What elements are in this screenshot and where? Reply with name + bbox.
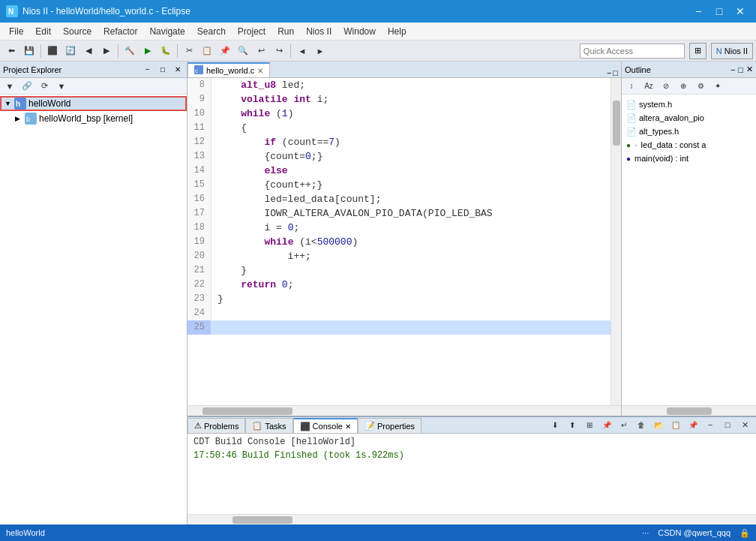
pe-maximize-btn[interactable]: □ <box>157 64 169 76</box>
outline-alpha-btn[interactable]: Az <box>640 78 657 95</box>
outline-hide-btn[interactable]: ⊘ <box>658 78 674 95</box>
outline-star-btn[interactable]: ✦ <box>710 78 726 95</box>
outline-item-led-data[interactable]: ● ◦ led_data : const a <box>623 138 754 152</box>
outline-sort-btn[interactable]: ↕ <box>623 78 640 95</box>
outline-maximize-btn[interactable]: □ <box>738 65 743 74</box>
console-pin-btn[interactable]: 📌 <box>598 416 615 433</box>
minimize-button[interactable]: − <box>688 4 708 19</box>
project-explorer: Project Explorer − □ ✕ ▼ 🔗 ⟳ ▼ ▼ h hello… <box>0 62 188 524</box>
toolbar-nav-back[interactable]: ◄ <box>294 43 310 59</box>
console-paste-btn[interactable]: 📌 <box>685 416 701 433</box>
toolbar-btn-3[interactable]: 🔄 <box>62 43 79 59</box>
bottom-tab-problems[interactable]: ⚠ Problems <box>188 418 245 433</box>
pe-header: Project Explorer − □ ✕ <box>0 62 187 78</box>
menu-niosii[interactable]: Nios II <box>300 25 338 38</box>
outline-close-btn[interactable]: ✕ <box>746 65 753 74</box>
console-maximize-btn[interactable]: □ <box>719 416 736 433</box>
outline-gear-btn[interactable]: ⚙ <box>692 78 709 95</box>
bottom-panel: ⚠ Problems 📋 Tasks ⬛ Console ✕ 📝 Propert… <box>188 416 756 524</box>
outline-header: Outline − □ ✕ <box>622 62 756 78</box>
console-hscroll[interactable] <box>188 514 756 524</box>
console-new-btn[interactable]: ⊞ <box>581 416 598 433</box>
console-word-wrap-btn[interactable]: ↵ <box>616 416 632 433</box>
outline-item-main[interactable]: ● main(void) : int <box>623 152 754 165</box>
maximize-button[interactable]: □ <box>710 4 729 19</box>
niosii-perspective-btn[interactable]: N Nios II <box>711 43 753 59</box>
toolbar-btn-11[interactable]: ↪ <box>271 43 287 59</box>
toolbar-btn-2[interactable]: ⬛ <box>44 43 61 59</box>
editor-row: c hello_world.c ✕ − □ 8 <box>188 62 756 416</box>
tree-item-helloworld[interactable]: ▼ h helloWorld <box>0 96 187 111</box>
outline-filter-btn[interactable]: ⊕ <box>675 78 692 95</box>
console-scroll-lock-btn[interactable]: ⬇ <box>547 416 563 433</box>
editor-vscroll[interactable] <box>610 78 621 405</box>
menu-source[interactable]: Source <box>57 25 98 38</box>
toolbar-btn-5[interactable]: ▶ <box>98 43 115 59</box>
toolbar-run-btn[interactable]: ▶ <box>140 43 156 59</box>
bottom-tab-properties[interactable]: 📝 Properties <box>358 418 422 433</box>
var-bullet-inner: ◦ <box>634 141 638 149</box>
console-open-btn[interactable]: 📂 <box>650 416 667 433</box>
menu-window[interactable]: Window <box>338 25 382 38</box>
menu-run[interactable]: Run <box>272 25 300 38</box>
menu-navigate[interactable]: Navigate <box>143 25 190 38</box>
outline-item-system-h[interactable]: 📄 system.h <box>623 98 754 111</box>
tree-icon-bsp: b <box>25 113 37 125</box>
toolbar-btn-6[interactable]: ✂ <box>181 43 197 59</box>
console-close-btn[interactable]: ✕ <box>736 416 753 433</box>
pe-collapse-btn[interactable]: ▼ <box>2 78 18 95</box>
toolbar-btn-10[interactable]: ↩ <box>253 43 269 59</box>
toolbar-btn-4[interactable]: ◀ <box>80 43 97 59</box>
bottom-tab-tasks[interactable]: 📋 Tasks <box>245 418 292 433</box>
code-line-25: 25 <box>188 320 610 335</box>
console-copy-btn[interactable]: 📋 <box>668 416 684 433</box>
outline-minimize-btn[interactable]: − <box>730 65 735 74</box>
outline-item-alt-types[interactable]: 📄 alt_types.h <box>623 125 754 138</box>
console-content: CDT Build Console [helloWorld] 17:50:46 … <box>188 434 756 514</box>
menu-search[interactable]: Search <box>191 25 232 38</box>
console-output: 17:50:46 Build Finished (took 1s.922ms) <box>194 450 750 461</box>
menu-project[interactable]: Project <box>232 25 272 38</box>
quick-access-input[interactable] <box>580 44 685 59</box>
console-scroll-up-btn[interactable]: ⬆ <box>564 416 580 433</box>
editor-minimize-btn[interactable]: − <box>607 68 611 77</box>
menu-file[interactable]: File <box>3 25 29 38</box>
pe-minimize-btn[interactable]: − <box>142 64 154 76</box>
properties-icon: 📝 <box>364 421 375 431</box>
toolbar-btn-8[interactable]: 📌 <box>217 43 233 59</box>
pe-sync-btn[interactable]: ⟳ <box>36 78 52 95</box>
console-title: CDT Build Console [helloWorld] <box>194 437 750 447</box>
tree-item-bsp[interactable]: ▶ b helloWorld_bsp [kernel] <box>0 111 187 126</box>
editor-hscroll[interactable] <box>188 405 621 416</box>
toolbar-back-btn[interactable]: ⬅ <box>3 43 20 59</box>
toolbar-btn-9[interactable]: 🔍 <box>235 43 251 59</box>
toolbar-debug-btn[interactable]: 🐛 <box>158 43 174 59</box>
bottom-tab-console[interactable]: ⬛ Console ✕ <box>293 418 358 433</box>
console-clear-btn[interactable]: 🗑 <box>633 416 650 433</box>
outline-hscroll[interactable] <box>622 405 756 416</box>
toolbar-save-btn[interactable]: 💾 <box>21 43 38 59</box>
pe-close-btn[interactable]: ✕ <box>172 64 184 76</box>
outline-item-altera[interactable]: 📄 altera_avalon_pio <box>623 111 754 125</box>
toolbar-nav-fwd[interactable]: ► <box>312 43 328 59</box>
editor-content[interactable]: 8 alt_u8 led; 9 volatile int i; 10 while… <box>188 78 610 405</box>
code-line-21: 21 } <box>188 263 610 278</box>
toolbar-btn-7[interactable]: 📋 <box>199 43 215 59</box>
code-line-20: 20 i++; <box>188 249 610 263</box>
menu-edit[interactable]: Edit <box>29 25 57 38</box>
window-title: Nios II - helloWorld/hello_world.c - Ecl… <box>22 6 688 17</box>
perspective-open-btn[interactable]: ⊞ <box>689 43 706 59</box>
close-button[interactable]: ✕ <box>730 4 750 19</box>
menu-refactor[interactable]: Refactor <box>98 25 143 38</box>
editor-maximize-btn[interactable]: □ <box>613 68 618 77</box>
outline-toolbar: ↕ Az ⊘ ⊕ ⚙ ✦ <box>622 78 756 95</box>
console-minimize-btn[interactable]: − <box>702 416 718 433</box>
pe-menu-btn[interactable]: ▼ <box>53 78 70 95</box>
toolbar-build-btn[interactable]: 🔨 <box>122 43 138 59</box>
console-tab-close[interactable]: ✕ <box>345 422 351 431</box>
code-line-15: 15 {count++;} <box>188 178 610 192</box>
tab-close-icon[interactable]: ✕ <box>257 67 263 75</box>
pe-link-btn[interactable]: 🔗 <box>19 78 35 95</box>
menu-help[interactable]: Help <box>382 25 412 38</box>
editor-tab-hello-world[interactable]: c hello_world.c ✕ <box>188 62 270 77</box>
